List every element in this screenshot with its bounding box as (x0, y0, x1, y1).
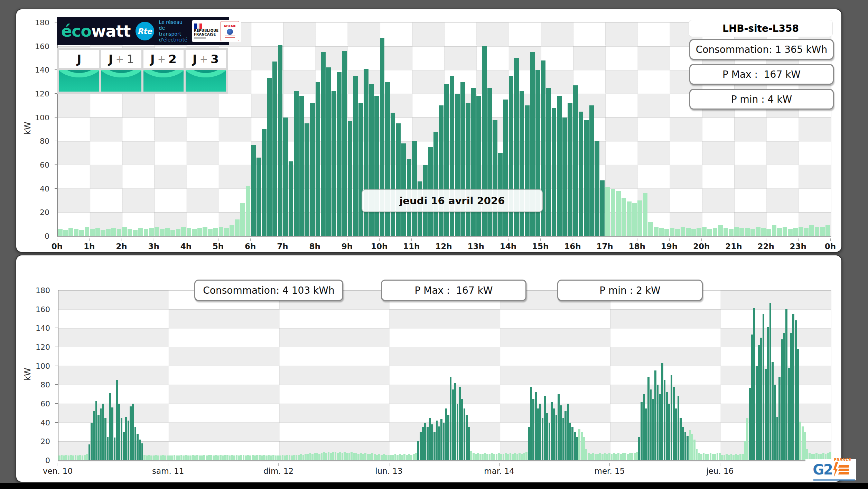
bar (224, 228, 229, 236)
bar (121, 418, 123, 460)
bar (316, 82, 320, 236)
x-tick-label: 16h (564, 242, 581, 251)
bar (638, 437, 640, 460)
bar (256, 455, 258, 460)
ecowatt-signal-green-j3[interactable] (186, 70, 226, 92)
rte-tagline: Le réseau de transport d'électricité (159, 19, 187, 43)
x-tick-label: 3h (148, 242, 159, 251)
bar (289, 161, 293, 236)
bar (707, 454, 709, 460)
bar (267, 78, 272, 236)
bar (671, 375, 673, 460)
bar (82, 455, 84, 460)
bar (815, 227, 820, 236)
forecast-tile-j2[interactable]: J+2 (143, 50, 184, 68)
bar (719, 453, 721, 460)
bar (464, 408, 466, 460)
bar (505, 453, 507, 460)
bar (298, 455, 300, 460)
x-tick-label: 17h (596, 242, 613, 251)
bar (560, 405, 562, 460)
y-tick-mark (55, 460, 58, 460)
ecowatt-signal-green-j2[interactable] (143, 70, 184, 92)
bar (106, 229, 111, 236)
bar (769, 303, 772, 460)
bar (302, 455, 305, 460)
bar (128, 421, 130, 460)
y-tick-mark (55, 141, 57, 141)
bar (718, 225, 723, 236)
bar (403, 454, 405, 460)
bar (111, 407, 113, 460)
bar (155, 455, 157, 460)
bar (466, 103, 470, 236)
bar (265, 455, 268, 460)
bar (68, 455, 70, 460)
bar (360, 453, 362, 460)
bar (535, 392, 537, 460)
bar (525, 105, 530, 236)
republique-francaise-ademe-badge: RÉPUBLIQUE FRANÇAISE ADEME (192, 20, 241, 42)
bar (525, 452, 528, 460)
bar (153, 455, 155, 460)
bar (187, 228, 192, 236)
y-tick-label: 80 (40, 137, 49, 145)
bar (100, 408, 102, 460)
ecowatt-signal-green-j1[interactable] (101, 70, 141, 92)
bar (192, 229, 197, 236)
bar (74, 229, 79, 236)
bar (249, 455, 251, 460)
y-tick-mark (55, 236, 57, 236)
tile-j1-plus: + (116, 54, 124, 65)
ecowatt-energy-dashboard: écowatt Rte Le réseau de transport d'éle… (0, 0, 868, 489)
bar (546, 413, 548, 460)
bar (132, 404, 134, 460)
bar (512, 454, 514, 460)
bar (615, 454, 617, 460)
forecast-tile-j3[interactable]: J+3 (186, 50, 226, 68)
bar (765, 369, 767, 460)
bar (144, 229, 149, 236)
bar (220, 455, 222, 460)
bar (278, 45, 283, 236)
bar (254, 455, 256, 460)
bar (160, 455, 162, 460)
bar (611, 189, 616, 236)
rte-tagline-line3: d'électricité (159, 37, 187, 43)
bar (431, 424, 433, 460)
bar (643, 394, 645, 460)
bar (713, 228, 718, 236)
bar (804, 432, 806, 460)
bar (710, 453, 712, 460)
bar (109, 393, 111, 460)
bar (452, 389, 454, 460)
x-tick-label: 22h (757, 242, 774, 251)
x-tick-label: lun. 13 (375, 467, 402, 476)
y-tick-label: 140 (36, 324, 50, 332)
bar (348, 121, 353, 236)
ecowatt-signal-green-j[interactable] (59, 70, 99, 92)
bar (468, 427, 470, 460)
bar (296, 455, 298, 460)
y-tick-mark (55, 188, 57, 189)
bar (631, 453, 633, 460)
y-tick-mark (55, 422, 58, 423)
y-tick-mark (55, 328, 58, 328)
bar (95, 228, 100, 236)
bar (210, 455, 212, 460)
bar (724, 455, 726, 460)
bar (309, 453, 311, 460)
bar (744, 441, 746, 460)
bar (77, 455, 79, 460)
bar (804, 228, 809, 236)
bar (321, 453, 323, 460)
y-tick-label: 0 (45, 232, 49, 241)
forecast-tile-j[interactable]: J (59, 50, 99, 68)
bar (134, 427, 137, 460)
forecast-tile-j1[interactable]: J+1 (101, 50, 141, 68)
bar (231, 455, 233, 460)
y-tick-mark (55, 290, 58, 290)
tile-j3-j: J (193, 52, 197, 66)
bar (369, 84, 374, 236)
bar (606, 454, 608, 460)
